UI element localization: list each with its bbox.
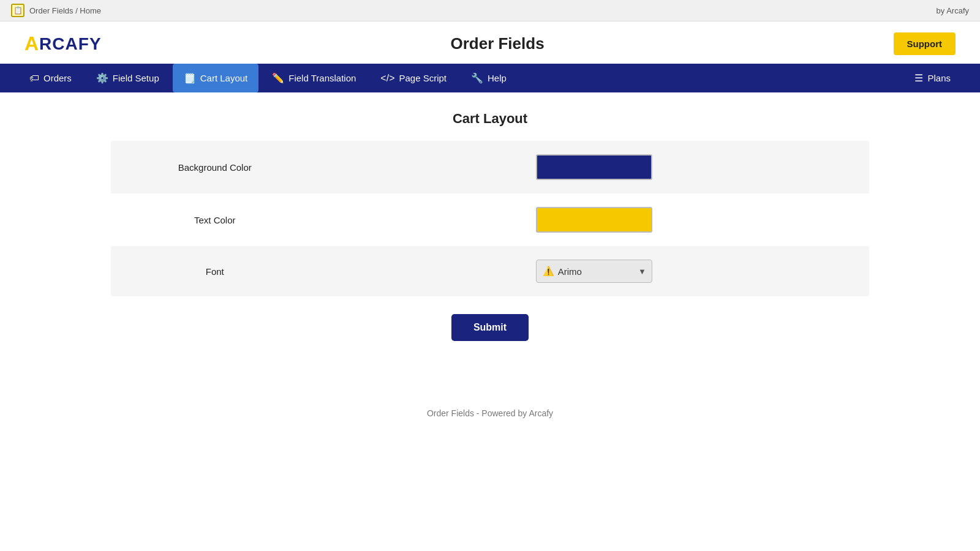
top-bar: 📋 Order Fields / Home by Arcafy xyxy=(0,0,980,21)
footer: Order Fields - Powered by Arcafy xyxy=(0,408,980,437)
nav-label-plans: Plans xyxy=(927,73,951,83)
nav-item-field-translation[interactable]: ✏️ Field Translation xyxy=(261,64,367,92)
nav-item-plans[interactable]: ☰ Plans xyxy=(903,64,962,92)
app-icon: 📋 xyxy=(11,4,24,17)
field-translation-icon: ✏️ xyxy=(272,72,284,84)
nav-item-orders[interactable]: 🏷 Orders xyxy=(18,64,83,92)
logo-text: RCAFY xyxy=(39,34,101,54)
nav-label-field-setup: Field Setup xyxy=(113,73,159,83)
nav-label-help: Help xyxy=(488,73,507,83)
help-icon: 🔧 xyxy=(471,72,483,84)
text-color-value-cell xyxy=(319,193,870,246)
logo-a: A xyxy=(24,32,39,55)
submit-button[interactable]: Submit xyxy=(451,314,529,341)
background-color-swatch[interactable] xyxy=(536,154,652,180)
breadcrumb: Order Fields / Home xyxy=(29,6,101,15)
nav-label-field-translation: Field Translation xyxy=(288,73,356,83)
top-bar-breadcrumb-area: 📋 Order Fields / Home xyxy=(11,4,101,17)
nav-item-field-setup[interactable]: ⚙️ Field Setup xyxy=(85,64,170,92)
nav-item-cart-layout[interactable]: 🗒️ Cart Layout xyxy=(173,64,259,92)
cart-layout-icon: 🗒️ xyxy=(184,72,196,84)
page-title: Cart Layout xyxy=(110,111,870,127)
support-button[interactable]: Support xyxy=(894,32,956,55)
orders-icon: 🏷 xyxy=(29,73,39,84)
font-value-cell: ⚠️ Arimo ▼ Arimo Arial Roboto Open Sans xyxy=(319,246,870,297)
background-color-value-cell xyxy=(319,141,870,194)
page-script-icon: </> xyxy=(380,73,394,84)
footer-text: Order Fields - Powered by Arcafy xyxy=(427,408,553,418)
plans-icon: ☰ xyxy=(914,72,923,84)
main-content: Cart Layout Background Color Text Color xyxy=(86,92,894,359)
logo: A RCAFY xyxy=(24,32,102,55)
table-row: Font ⚠️ Arimo ▼ Arimo Arial xyxy=(111,246,870,297)
field-setup-icon: ⚙️ xyxy=(96,72,108,84)
nav-item-help[interactable]: 🔧 Help xyxy=(460,64,518,92)
by-label: by Arcafy xyxy=(937,6,969,15)
header: A RCAFY Order Fields Support xyxy=(0,21,980,64)
font-label: Font xyxy=(111,246,319,297)
text-color-label: Text Color xyxy=(111,193,319,246)
background-color-label: Background Color xyxy=(111,141,319,194)
nav-bar: 🏷 Orders ⚙️ Field Setup 🗒️ Cart Layout ✏… xyxy=(0,64,980,92)
form-table: Background Color Text Color Font xyxy=(110,140,870,297)
nav-label-page-script: Page Script xyxy=(399,73,447,83)
nav-label-cart-layout: Cart Layout xyxy=(200,73,248,83)
table-row: Background Color xyxy=(111,141,870,194)
nav-label-orders: Orders xyxy=(43,73,72,83)
page-header-title: Order Fields xyxy=(102,34,894,53)
submit-row: Submit xyxy=(110,314,870,341)
text-color-swatch[interactable] xyxy=(536,207,652,233)
font-select-wrapper: ⚠️ Arimo ▼ Arimo Arial Roboto Open Sans xyxy=(536,260,652,283)
table-row: Text Color xyxy=(111,193,870,246)
nav-item-page-script[interactable]: </> Page Script xyxy=(369,64,458,92)
